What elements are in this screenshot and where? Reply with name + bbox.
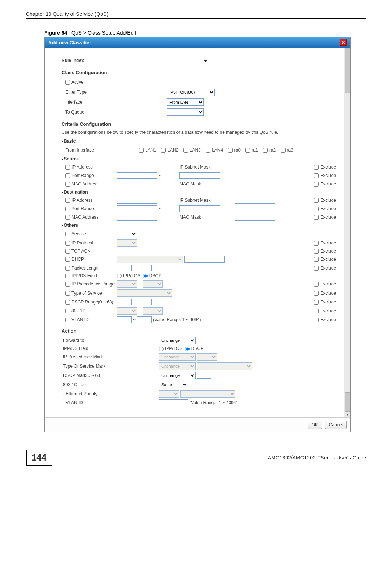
dhcp-input[interactable] (184, 256, 225, 263)
dhcp-check[interactable] (65, 257, 70, 262)
source-port-from[interactable] (117, 172, 157, 179)
dest-ip-exclude-check[interactable] (314, 198, 319, 203)
rule-index-select[interactable] (172, 57, 209, 64)
lan3-check[interactable]: LAN3 (183, 148, 201, 153)
packet-length-check[interactable] (65, 266, 70, 271)
ip-precedence-range-check[interactable] (65, 282, 70, 287)
ethernet-priority-select (159, 390, 179, 398)
ok-button[interactable]: OK (308, 421, 322, 429)
scroll-down-icon[interactable]: ▾ (345, 412, 350, 417)
action-vlan-id-input[interactable] (159, 399, 188, 406)
ra1-check[interactable]: ra1 (245, 148, 258, 153)
active-checkbox[interactable] (65, 80, 70, 85)
vlan-id-check[interactable] (65, 318, 70, 322)
action-ipptos-radio[interactable]: IPP/TOS (159, 346, 182, 351)
to-queue-label: To Queue (65, 110, 167, 115)
source-port-to[interactable] (179, 172, 220, 179)
source-port-exclude-check[interactable] (314, 173, 319, 178)
dscp-radio[interactable]: DSCP (143, 273, 161, 278)
ra2-check[interactable]: ra2 (263, 148, 276, 153)
dest-port-from[interactable] (117, 205, 157, 212)
source-subnet-input[interactable] (235, 164, 275, 170)
source-ip-exclude-check[interactable] (314, 165, 319, 170)
tcp-ack-exclude-check[interactable] (314, 249, 319, 254)
lan4-check[interactable]: LAN4 (206, 148, 223, 153)
dest-ip-check[interactable] (65, 198, 70, 203)
dest-port-exclude-check[interactable] (314, 207, 319, 211)
dscp-range-to[interactable] (137, 299, 152, 305)
dhcp-exclude-check[interactable] (314, 257, 319, 262)
source-mac-check[interactable] (65, 182, 70, 187)
ip-precedence-exclude-check[interactable] (314, 282, 319, 287)
dest-subnet-input[interactable] (235, 197, 275, 204)
packet-length-from[interactable] (117, 265, 132, 271)
vlan-id-row: VLAN ID ~ (Value Range: 1 ~ 4094) Exclud… (65, 316, 336, 323)
ip-precedence-mark-select2 (197, 353, 217, 361)
interface-label: Interface (65, 100, 167, 105)
vlan-id-to[interactable] (137, 316, 152, 323)
dest-port-check[interactable] (65, 207, 70, 211)
active-label: Active (71, 80, 84, 85)
source-port-row: Port Range ~ Exclude (65, 172, 336, 179)
8021q-tag-select[interactable]: Same (159, 381, 188, 388)
dhcp-select (117, 256, 183, 263)
criteria-subtitle: Use the configurations below to specify … (62, 130, 336, 135)
ra0-check[interactable]: ra0 (228, 148, 241, 153)
ether-type-select[interactable]: IPv4 (0x0800) (167, 89, 215, 96)
basic-heading: Basic (62, 139, 336, 144)
dhcp-row: DHCP Exclude (65, 256, 336, 263)
source-ip-input[interactable] (117, 164, 157, 170)
type-of-service-exclude-check[interactable] (314, 291, 319, 296)
8021p-from-select (117, 307, 137, 315)
dest-mac-input[interactable] (117, 214, 157, 221)
vlan-id-from[interactable] (117, 316, 132, 323)
scroll-thumb[interactable] (345, 48, 350, 93)
action-dscp-radio[interactable]: DSCP (185, 346, 203, 351)
service-check[interactable] (65, 232, 70, 236)
dscp-mark-input[interactable] (197, 372, 211, 379)
source-mac-mask-input[interactable] (235, 181, 275, 187)
dest-ip-input[interactable] (117, 197, 157, 204)
vertical-scrollbar[interactable]: ▾ (344, 48, 350, 417)
ra3-check[interactable]: ra3 (281, 148, 293, 153)
source-mac-input[interactable] (117, 181, 157, 187)
dest-port-to[interactable] (179, 205, 220, 212)
dscp-mark-label: DSCP Mark(0 ~ 63) (63, 373, 159, 378)
8021p-exclude-check[interactable] (314, 309, 319, 313)
packet-length-to[interactable] (137, 265, 152, 271)
dscp-range-check[interactable] (65, 300, 70, 305)
ippds-field-check[interactable] (65, 274, 70, 278)
ipptos-radio[interactable]: IPP/TOS (117, 273, 140, 278)
dest-mac-exclude-check[interactable] (314, 215, 319, 220)
lan-checkbox-group: LAN1 LAN2 LAN3 LAN4 ra0 ra1 ra2 ra3 (139, 148, 297, 153)
dest-mac-mask-label: MAC Mask (179, 215, 235, 220)
dscp-range-from[interactable] (117, 299, 132, 305)
lan1-check[interactable]: LAN1 (139, 148, 156, 153)
dscp-range-exclude-check[interactable] (314, 300, 319, 305)
cancel-button[interactable]: Cancel (325, 421, 347, 429)
type-of-service-check[interactable] (65, 291, 70, 296)
close-icon[interactable]: ✕ (340, 39, 347, 46)
type-of-service-mark-select2 (197, 362, 252, 370)
source-mac-exclude-check[interactable] (314, 182, 319, 187)
lan2-check[interactable]: LAN2 (161, 148, 178, 153)
dscp-mark-select[interactable]: Unchange (159, 372, 196, 379)
dest-mac-check[interactable] (65, 215, 70, 220)
packet-length-exclude-check[interactable] (314, 266, 319, 271)
source-ip-check[interactable] (65, 165, 70, 170)
8021p-check[interactable] (65, 309, 70, 313)
dest-mac-mask-input[interactable] (235, 214, 275, 221)
rule-index-label: Rule Index (62, 58, 172, 63)
dialog-titlebar: Add new Classifier ✕ (45, 37, 350, 48)
service-select[interactable] (117, 230, 137, 237)
tcp-ack-check[interactable] (65, 249, 70, 254)
ip-protocol-check[interactable] (65, 241, 70, 246)
vlan-id-exclude-check[interactable] (314, 318, 319, 322)
interface-select[interactable]: From LAN (167, 98, 204, 106)
forward-to-select[interactable]: Unchange (159, 337, 196, 344)
source-port-check[interactable] (65, 173, 70, 178)
scroll-thumb-bottom[interactable] (345, 392, 350, 412)
8021q-tag-label: 802.1Q Tag (63, 382, 159, 387)
ip-protocol-exclude-check[interactable] (314, 241, 319, 246)
to-queue-select[interactable] (167, 108, 204, 116)
